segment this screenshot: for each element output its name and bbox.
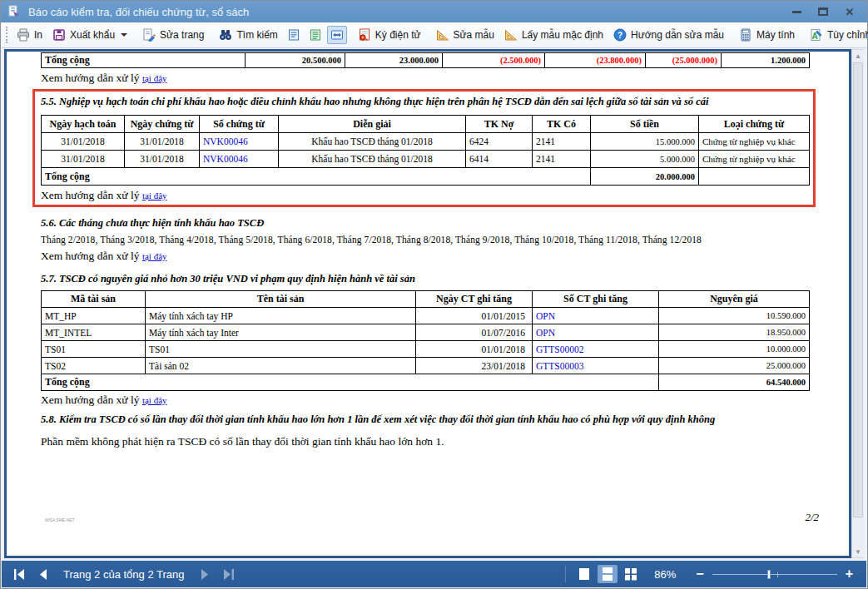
edit-page-label: Sửa trang bbox=[160, 29, 204, 41]
cell-debit-account: 6424 bbox=[466, 133, 533, 151]
scrollbar-thumb[interactable] bbox=[853, 62, 863, 517]
guide-line: Xem hướng dẫn xử lý tại đây bbox=[41, 250, 849, 263]
zoom-slider-tick bbox=[777, 572, 778, 577]
statusbar-separator bbox=[565, 566, 566, 582]
total-amount: 20.000.000 bbox=[591, 168, 699, 186]
scroll-up-icon[interactable]: ▲ bbox=[852, 50, 864, 62]
cell-date: 23/01/2018 bbox=[416, 358, 533, 374]
layout-continuous-button[interactable] bbox=[598, 565, 618, 583]
cell-doc-date: 31/01/2018 bbox=[125, 151, 200, 168]
document-link[interactable]: GTTS00002 bbox=[536, 344, 584, 354]
section-5-7-table: Mã tài sản Tên tài sản Ngày CT ghi tăng … bbox=[41, 290, 810, 391]
total-label: Tổng cộng bbox=[42, 53, 246, 68]
cell-doc-number: NVK00046 bbox=[200, 133, 279, 151]
zoom-out-button[interactable]: − bbox=[691, 567, 708, 581]
cell-original-cost: 10.000.000 bbox=[659, 341, 810, 358]
watermark: MISA SME.NET bbox=[45, 517, 75, 522]
section-5-6-content: Tháng 2/2018, Tháng 3/2018, Tháng 4/2018… bbox=[41, 235, 849, 245]
report-preview-area: Tổng cộng 20.500.000 23.000.000 (2.500.0… bbox=[4, 49, 864, 558]
guide-line: Xem hướng dẫn xử lý tại đây bbox=[41, 393, 849, 407]
calculator-button[interactable]: Máy tính bbox=[734, 25, 800, 45]
cell-credit-account: 2141 bbox=[533, 151, 591, 168]
section-5-5-highlight-box: 5.5. Nghiệp vụ hạch toán chi phí khấu ha… bbox=[32, 89, 816, 207]
column-header: Số chứng từ bbox=[200, 116, 279, 133]
section-5-5-table: Ngày hạch toán Ngày chứng từ Số chứng từ… bbox=[41, 115, 810, 186]
maximize-button[interactable] bbox=[816, 5, 831, 18]
minimize-button[interactable] bbox=[789, 5, 804, 18]
zoom-slider-track[interactable] bbox=[712, 574, 837, 575]
cell-doc-number: OPN bbox=[533, 308, 659, 324]
guide-link[interactable]: tại đây bbox=[142, 73, 167, 83]
column-header: Ngày hạch toán bbox=[42, 116, 125, 133]
template-guide-label: Hướng dẫn sửa mẫu bbox=[631, 29, 724, 41]
search-button[interactable]: Tìm kiếm bbox=[214, 25, 282, 45]
next-page-button[interactable] bbox=[196, 565, 215, 583]
default-template-button[interactable]: Lấy mẫu mặc định bbox=[499, 25, 608, 45]
cell-asset-code: MT_INTEL bbox=[42, 324, 146, 341]
cell-original-cost: 18.950.000 bbox=[659, 324, 810, 341]
report-page: Tổng cộng 20.500.000 23.000.000 (2.500.0… bbox=[7, 52, 849, 556]
digital-sign-button[interactable]: Ký điện tử bbox=[353, 25, 426, 45]
table-header-row: Ngày hạch toán Ngày chứng từ Số chứng từ… bbox=[42, 116, 810, 133]
export-label: Xuất khẩu bbox=[70, 29, 115, 41]
document-frame: Tổng cộng 20.500.000 23.000.000 (2.500.0… bbox=[4, 49, 851, 558]
document-link[interactable]: NVK00046 bbox=[203, 136, 248, 146]
continuous-view-icon bbox=[309, 28, 322, 42]
app-window: Báo cáo kiểm tra, đối chiếu chứng từ, sổ… bbox=[0, 0, 868, 589]
column-header: Ngày chứng từ bbox=[125, 116, 200, 133]
layout-facing-button[interactable] bbox=[621, 565, 641, 583]
print-button[interactable]: In bbox=[12, 25, 47, 45]
cell-amount: 5.000.000 bbox=[591, 151, 699, 168]
layout-single-button[interactable] bbox=[574, 565, 594, 583]
scroll-down-icon[interactable]: ▼ bbox=[852, 546, 864, 557]
total-value: 23.000.000 bbox=[345, 53, 443, 68]
cell-debit-account: 6414 bbox=[466, 151, 533, 168]
export-button[interactable]: Xuất khẩu bbox=[47, 25, 132, 45]
empty-cell bbox=[699, 168, 810, 186]
cell-posting-date: 31/01/2018 bbox=[42, 133, 125, 151]
zoom-in-button[interactable]: + bbox=[841, 567, 858, 581]
document-link[interactable]: OPN bbox=[536, 311, 555, 321]
zoom-slider[interactable] bbox=[712, 569, 837, 580]
export-dropdown-icon[interactable] bbox=[121, 33, 127, 37]
close-icon: ✕ bbox=[846, 7, 855, 17]
document-link[interactable]: GTTS00003 bbox=[536, 361, 584, 371]
table-row: 31/01/2018 31/01/2018 NVK00046 Khấu hao … bbox=[42, 151, 810, 168]
edit-template-button[interactable]: Sửa mẫu bbox=[431, 25, 499, 45]
table-row: TS02 Tài sản 02 23/01/2018 GTTS00003 25.… bbox=[42, 358, 810, 374]
zoom-slider-thumb[interactable] bbox=[767, 570, 771, 579]
template-guide-button[interactable]: ? Hướng dẫn sửa mẫu bbox=[608, 25, 729, 45]
first-page-button[interactable] bbox=[10, 565, 28, 583]
guide-link[interactable]: tại đây bbox=[142, 191, 167, 200]
cell-amount: 15.000.000 bbox=[591, 133, 699, 151]
previous-page-icon bbox=[38, 569, 47, 580]
view-continuous-button[interactable] bbox=[305, 26, 325, 44]
vertical-scrollbar[interactable]: ▲ ▼ bbox=[851, 49, 864, 558]
close-button[interactable]: ✕ bbox=[842, 5, 857, 18]
cell-date: 01/01/2018 bbox=[416, 341, 533, 358]
statusbar: Trang 2 của tổng 2 Trang bbox=[2, 561, 866, 587]
customize-button[interactable]: A Tùy chỉnh bbox=[805, 25, 868, 45]
page-indicator: Trang 2 của tổng 2 Trang bbox=[63, 568, 185, 581]
guide-link[interactable]: tại đây bbox=[142, 395, 167, 405]
document-link[interactable]: NVK00046 bbox=[203, 154, 248, 164]
last-page-icon bbox=[222, 569, 235, 580]
guide-link[interactable]: tại đây bbox=[142, 251, 167, 261]
cell-posting-date: 31/01/2018 bbox=[42, 151, 125, 168]
view-page-width-button[interactable] bbox=[327, 26, 347, 44]
cell-doc-number: OPN bbox=[533, 324, 659, 341]
cell-description: Khấu hao TSCĐ tháng 01/2018 bbox=[279, 133, 466, 151]
total-label: Tổng cộng bbox=[42, 374, 659, 391]
last-page-button[interactable] bbox=[220, 565, 238, 583]
document-link[interactable]: OPN bbox=[536, 328, 555, 338]
view-single-page-button[interactable] bbox=[284, 26, 304, 44]
edit-page-icon bbox=[142, 28, 156, 42]
customize-label: Tùy chỉnh bbox=[827, 29, 868, 41]
guide-line: Xem hướng dẫn xử lý tại đây bbox=[41, 72, 849, 85]
guide-text: Xem hướng dẫn xử lý bbox=[41, 393, 140, 406]
cell-description: Khấu hao TSCĐ tháng 01/2018 bbox=[279, 151, 466, 168]
cell-doc-number: GTTS00002 bbox=[533, 341, 659, 358]
edit-page-button[interactable]: Sửa trang bbox=[137, 25, 209, 45]
previous-page-button[interactable] bbox=[33, 565, 52, 583]
edit-template-label: Sửa mẫu bbox=[454, 29, 494, 41]
